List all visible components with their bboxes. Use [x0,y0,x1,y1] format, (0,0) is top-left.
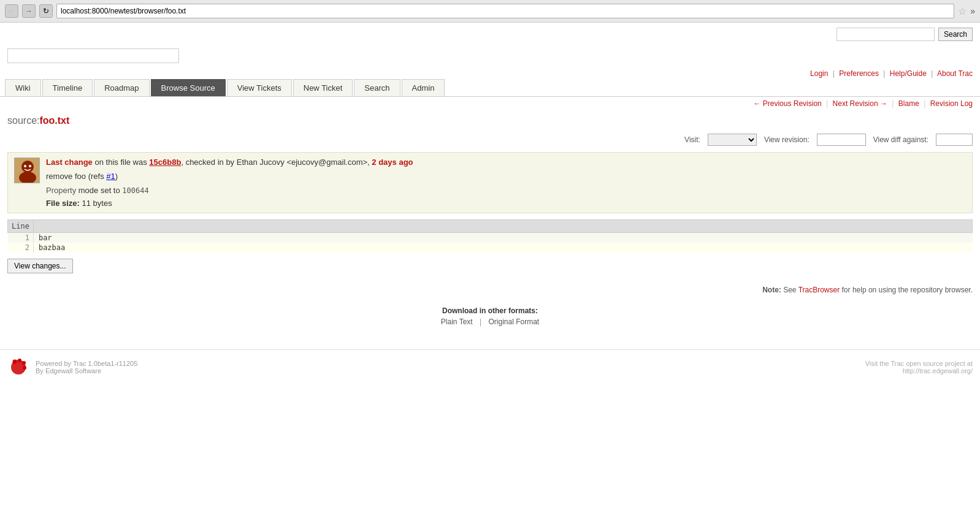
view-changes-button[interactable]: View changes... [7,259,73,273]
main-nav: Wiki Timeline Roadmap Browse Source View… [0,79,980,97]
file-size-info: File size: 11 bytes [46,199,413,208]
tab-new-ticket[interactable]: New Ticket [293,79,353,96]
download-section: Download in other formats: Plain Text | … [7,306,973,326]
set-to-text: set to [98,186,122,195]
back-button[interactable]: ← [5,4,18,18]
property-change: Property mode set to 100644 [46,186,413,195]
about-trac-link[interactable]: About Trac [937,69,973,78]
edgewall-link[interactable]: Edgewall Software [45,367,101,375]
visit-select[interactable] [708,134,757,146]
top-search-input[interactable] [836,28,935,41]
plain-text-link[interactable]: Plain Text [441,318,473,326]
svg-point-4 [29,165,31,167]
helpguide-link[interactable]: Help/Guide [890,69,927,78]
login-link[interactable]: Login [810,69,828,78]
tab-timeline[interactable]: Timeline [42,79,93,96]
trac-version-link[interactable]: Trac 1.0beta1-r11205 [73,360,137,367]
note-text: See [781,286,798,294]
ticket-suffix: ) [115,172,118,181]
view-diff-input[interactable] [936,134,973,146]
tab-view-tickets[interactable]: View Tickets [227,79,292,96]
line-number: 2 [8,243,34,253]
rev-sep2: | [892,99,894,108]
page-wrapper: Search Login | Preferences | Help/Guide … [0,23,980,384]
footer-right: Visit the Trac open source project at ht… [865,360,973,375]
view-controls: Visit: View revision: View diff against: [7,134,973,146]
sep1: | [833,69,835,78]
line-content: bar [33,233,972,243]
sep3: | [931,69,933,78]
line-col-header: Line [8,220,34,233]
view-diff-label: View diff against: [873,135,928,144]
mode-value: 100644 [122,186,148,195]
content-col-header [33,220,972,233]
line-number: 1 [8,233,34,243]
address-bar[interactable] [56,4,954,18]
commit-msg-text: remove foo (refs [46,172,106,181]
visit-label: Visit: [684,135,700,144]
revision-log-link[interactable]: Revision Log [930,99,973,108]
svg-point-6 [13,360,17,364]
rev-sep1: | [826,99,828,108]
footer-left: Powered by Trac 1.0beta1-r11205 By Edgew… [7,356,137,378]
top-nav-links: Login | Preferences | Help/Guide | About… [0,68,980,79]
tab-browse-source[interactable]: Browse Source [151,79,226,96]
rev-sep3: | [924,99,925,108]
forward-button[interactable]: → [22,4,36,18]
project-url-link[interactable]: http://trac.edgewall.org/ [903,367,973,375]
download-title: Download in other formats: [7,306,973,315]
file-content-table: Line 1bar2bazbaa [7,219,973,253]
change-on-text: on this file was [93,158,150,167]
table-row: 2bazbaa [8,243,973,253]
title-prefix: source: [7,115,39,126]
property-label: Property [46,186,76,195]
next-revision-link[interactable]: Next Revision → [833,99,887,108]
trac-paw-icon [7,356,29,378]
line-content: bazbaa [33,243,972,253]
svg-point-3 [24,165,26,167]
tab-wiki[interactable]: Wiki [5,79,41,96]
commit-message: remove foo (refs #1) [46,172,413,181]
note-section: Note: See TracBrowser for help on using … [7,286,973,294]
view-revision-label: View revision: [764,135,810,144]
download-formats: Plain Text | Original Format [7,318,973,326]
note-suffix: for help on using the repository browser… [840,286,973,294]
logo-input[interactable] [7,48,179,63]
footer-powered-by: Powered by Trac 1.0beta1-r11205 By Edgew… [36,360,137,375]
view-revision-input[interactable] [817,134,866,146]
tab-search[interactable]: Search [354,79,400,96]
svg-point-7 [18,359,21,362]
preferences-link[interactable]: Preferences [839,69,879,78]
sep2: | [883,69,885,78]
blame-link[interactable]: Blame [898,99,919,108]
note-label: Note: [762,286,781,294]
change-details-text: Last change on this file was 15c6b8b, ch… [46,158,413,208]
original-format-link[interactable]: Original Format [488,318,539,326]
tracbrowser-link[interactable]: TracBrowser [798,286,840,294]
page-title: source:foo.txt [7,115,973,126]
change-text: Last change on this file was 15c6b8b, ch… [46,158,413,167]
tab-admin[interactable]: Admin [402,79,445,96]
bookmark-button[interactable]: ☆ [958,6,967,17]
file-size-value: 11 bytes [82,199,112,208]
svg-point-1 [21,161,34,173]
commit-hash-link[interactable]: 15c6b8b [149,158,181,167]
last-change-label: Last change [46,158,93,167]
trac-logo [7,356,29,378]
top-search-button[interactable]: Search [938,28,973,41]
refresh-button[interactable]: ↻ [39,4,53,18]
previous-revision-link[interactable]: ← Previous Revision [753,99,821,108]
tab-roadmap[interactable]: Roadmap [94,79,149,96]
logo-area [0,46,980,68]
title-filename: foo.txt [39,115,69,126]
avatar [14,158,40,183]
table-row: 1bar [8,233,973,243]
time-ago: 2 days ago [372,158,413,167]
format-sep: | [480,318,481,326]
file-size-label: File size: [46,199,80,208]
chrome-menu-button[interactable]: » [970,6,975,16]
mode-text: mode [78,186,99,195]
change-info-box: Last change on this file was 15c6b8b, ch… [7,152,973,213]
checked-in-text: , checked in by Ethan Jucovy <ejucovy@gm… [181,158,372,167]
ticket-ref-link[interactable]: #1 [106,172,115,181]
